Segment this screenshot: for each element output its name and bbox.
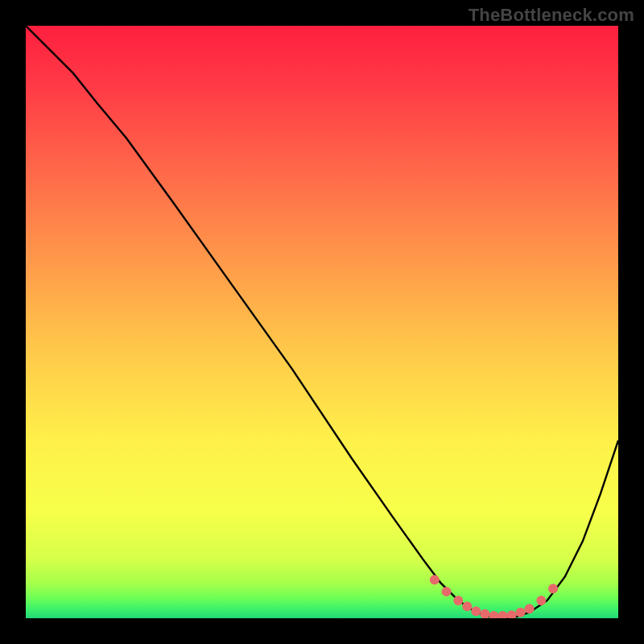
highlight-dot bbox=[453, 596, 463, 605]
chart-svg bbox=[26, 26, 618, 618]
highlight-dot bbox=[525, 604, 535, 613]
watermark-label: TheBottleneck.com bbox=[469, 5, 634, 26]
highlight-dot bbox=[442, 587, 452, 597]
highlight-dot bbox=[516, 608, 526, 617]
gradient-background bbox=[26, 26, 618, 618]
plot-area bbox=[26, 26, 618, 618]
highlight-dot bbox=[548, 584, 558, 593]
highlight-dot bbox=[462, 601, 472, 611]
highlight-dot bbox=[536, 596, 546, 605]
chart-container: TheBottleneck.com bbox=[0, 0, 644, 644]
highlight-dot bbox=[430, 575, 440, 584]
highlight-dot bbox=[471, 606, 481, 616]
